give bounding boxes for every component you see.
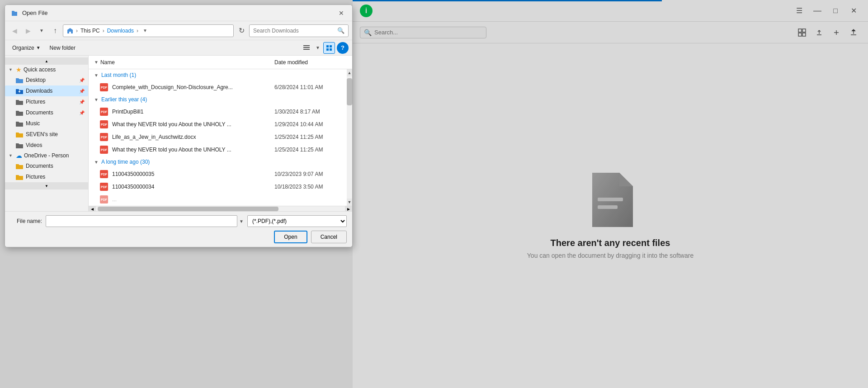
file-name-dropdown-icon[interactable]: ▼ — [239, 219, 244, 224]
up-directory-button[interactable]: ↑ — [49, 25, 61, 37]
svg-rect-11 — [326, 48, 329, 51]
file-date-2: 1/29/2024 10:44 AM — [274, 121, 347, 128]
sidebar-item-downloads[interactable]: Downloads 📌 — [5, 85, 88, 96]
horizontal-scrollbar[interactable]: ◀ ▶ — [89, 206, 352, 211]
col-name[interactable]: Name — [100, 59, 274, 66]
path-dropdown-button[interactable]: ▼ — [141, 27, 149, 35]
sidebar-od-documents-label: Documents — [26, 163, 53, 169]
file-name-input[interactable] — [46, 215, 237, 227]
sidebar-scroll-up[interactable]: ▲ — [5, 57, 88, 65]
file-name-0: Complete_with_Docusign_Non-Disclosure_Ag… — [112, 84, 271, 90]
svg-rect-10 — [330, 45, 332, 47]
sidebar-desktop-label: Desktop — [26, 77, 46, 83]
dialog-title-icon — [10, 9, 19, 17]
pictures-folder-icon — [16, 98, 23, 105]
sidebar-item-music[interactable]: Music — [5, 118, 88, 129]
path-separator-2: › — [103, 28, 104, 34]
file-row[interactable]: PDF PrintDupBill1 1/30/2024 8:17 AM — [89, 105, 352, 118]
onedrive-label: OneDrive - Person — [24, 152, 69, 159]
group-earlier-label: Earlier this year (4) — [101, 96, 147, 103]
path-downloads[interactable]: Downloads — [107, 28, 134, 34]
dialog-titlebar: Open File ✕ — [5, 5, 352, 21]
hscroll-thumb[interactable] — [98, 207, 278, 211]
onedrive-icon: ☁ — [16, 152, 22, 159]
dialog-close-button[interactable]: ✕ — [336, 8, 347, 19]
address-bar[interactable]: › This PC › Downloads › ▼ — [63, 24, 234, 37]
svg-rect-12 — [330, 48, 332, 51]
file-row[interactable]: PDF Complete_with_Docusign_Non-Disclosur… — [89, 81, 352, 94]
file-list-scroll[interactable]: ▼ Last month (1) PDF Complete_with_Docus… — [89, 69, 352, 206]
downloads-folder-icon — [16, 87, 23, 95]
sidebar-item-od-documents[interactable]: Documents — [5, 161, 88, 171]
vscroll-thumb[interactable] — [347, 78, 352, 105]
forward-button[interactable]: ▶ — [22, 25, 34, 37]
vscroll-up-button[interactable]: ▲ — [347, 69, 352, 76]
view-options-button[interactable] — [301, 42, 312, 54]
file-row[interactable]: PDF 11004350000034 10/18/2023 3:50 AM — [89, 180, 352, 193]
file-type-select[interactable]: (*.PDF),(*.pdf) — [247, 215, 347, 227]
expand-onedrive-icon: ▼ — [9, 153, 14, 158]
help-button[interactable]: ? — [337, 42, 349, 54]
file-row[interactable]: PDF What they NEVER told you About the U… — [89, 118, 352, 131]
group-longtime-label: A long time ago (30) — [101, 159, 150, 165]
group-longtime-header[interactable]: ▼ A long time ago (30) — [89, 156, 352, 168]
documents-folder-icon — [16, 109, 23, 116]
od-pictures-folder-icon — [16, 173, 23, 180]
sidebar-scroll-down[interactable]: ▼ — [5, 182, 88, 189]
pdf-icon-5: PDF — [99, 170, 108, 179]
dropdown-recent-button[interactable]: ▼ — [36, 25, 47, 37]
file-row[interactable]: PDF What they NEVER told you About the U… — [89, 143, 352, 156]
group-earlier-header[interactable]: ▼ Earlier this year (4) — [89, 94, 352, 105]
expand-quick-access-icon: ▼ — [9, 67, 14, 72]
file-name-label: File name: — [10, 218, 42, 224]
sidebar-onedrive-header[interactable]: ▼ ☁ OneDrive - Person — [5, 151, 88, 161]
col-date[interactable]: Date modified — [274, 59, 347, 66]
sidebar-pictures-label: Pictures — [26, 99, 45, 105]
view-toggle-button[interactable] — [323, 42, 335, 54]
sidebar-item-seven-site[interactable]: SEVEN's site — [5, 129, 88, 140]
pdf-icon-6: PDF — [99, 182, 108, 191]
hscroll-right-button[interactable]: ▶ — [345, 206, 352, 211]
refresh-button[interactable]: ↻ — [236, 25, 247, 37]
group-expand-icon-3: ▼ — [94, 160, 99, 165]
file-list-area: ▼ Name Date modified ▼ Last month (1) PD… — [89, 56, 352, 211]
new-folder-button[interactable]: New folder — [46, 43, 79, 52]
group-last-month-header[interactable]: ▼ Last month (1) — [89, 69, 352, 81]
sidebar-item-videos[interactable]: Videos — [5, 140, 88, 151]
documents-pin-icon: 📌 — [79, 110, 85, 115]
dialog-bottom: File name: ▼ (*.PDF),(*.pdf) Open Cancel — [5, 211, 352, 247]
file-row[interactable]: PDF 11004350000035 10/23/2023 9:07 AM — [89, 168, 352, 180]
cancel-button[interactable]: Cancel — [311, 231, 347, 243]
view-dropdown-button[interactable]: ▼ — [314, 42, 321, 54]
open-button[interactable]: Open — [274, 231, 307, 243]
file-name-7: ... — [112, 196, 271, 203]
group-expand-icon: ▼ — [94, 73, 99, 78]
sidebar-item-od-pictures[interactable]: Pictures — [5, 171, 88, 182]
sidebar-item-desktop[interactable]: Desktop 📌 — [5, 75, 88, 85]
sidebar-quick-access-header[interactable]: ▼ ★ Quick access — [5, 65, 88, 75]
vscroll-down-button[interactable]: ▼ — [347, 199, 352, 206]
file-name-1: PrintDupBill1 — [112, 109, 271, 115]
file-row[interactable]: PDF ... — [89, 193, 352, 206]
svg-rect-6 — [303, 45, 310, 46]
file-row[interactable]: PDF Life_as_a_Jew_in_Auschwitz.docx 1/25… — [89, 131, 352, 143]
hscroll-left-button[interactable]: ◀ — [89, 206, 96, 211]
new-folder-label: New folder — [50, 45, 75, 51]
path-this-pc[interactable]: This PC — [80, 28, 100, 34]
back-button[interactable]: ◀ — [9, 25, 20, 37]
search-downloads-input[interactable] — [253, 28, 335, 34]
open-file-dialog: Open File ✕ ◀ ▶ ▼ ↑ › This PC › Download… — [5, 5, 353, 247]
dialog-toolbar: Organize ▼ New folder ▼ ? — [5, 40, 352, 56]
sidebar-item-pictures[interactable]: Pictures 📌 — [5, 96, 88, 107]
sidebar-item-documents[interactable]: Documents 📌 — [5, 107, 88, 118]
od-documents-folder-icon — [16, 162, 23, 170]
pdf-icon-4: PDF — [99, 145, 108, 154]
file-name-row: File name: ▼ (*.PDF),(*.pdf) — [10, 215, 347, 227]
sidebar: ▲ ▼ ★ Quick access Desktop 📌 Downloads � — [5, 56, 89, 211]
organize-button[interactable]: Organize ▼ — [9, 43, 44, 52]
svg-rect-8 — [303, 49, 310, 50]
desktop-folder-icon — [16, 76, 23, 84]
videos-folder-icon — [16, 142, 23, 149]
vertical-scrollbar[interactable]: ▲ ▼ — [347, 69, 352, 206]
search-box: 🔍 — [249, 24, 349, 37]
